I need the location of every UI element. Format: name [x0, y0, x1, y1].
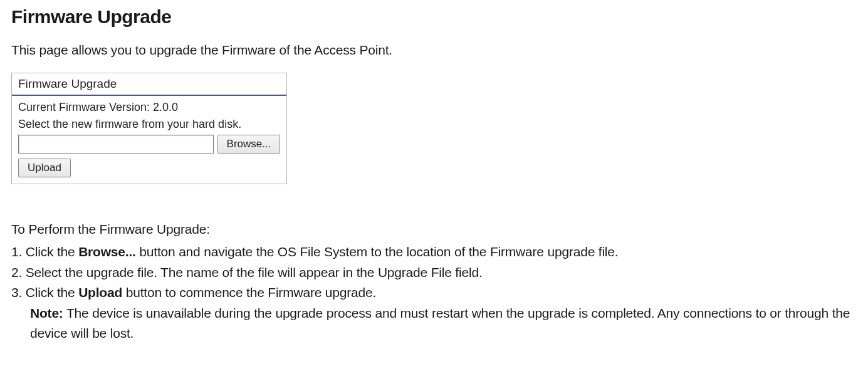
- steps-list: Click the Browse... button and navigate …: [11, 242, 857, 303]
- firmware-file-input[interactable]: [18, 135, 214, 154]
- current-version-text: Current Firmware Version: 2.0.0: [18, 101, 280, 114]
- select-instruction-text: Select the new firmware from your hard d…: [18, 118, 280, 131]
- panel-header: Firmware Upgrade: [12, 73, 286, 96]
- step-3-pre: Click the: [26, 285, 78, 300]
- upload-button[interactable]: Upload: [18, 159, 71, 177]
- step-1-bold: Browse...: [78, 244, 136, 259]
- step-3-bold: Upload: [78, 285, 122, 300]
- note-block: Note: The device is unavailable during t…: [11, 303, 857, 344]
- panel-body: Current Firmware Version: 2.0.0 Select t…: [12, 96, 286, 184]
- step-2: Select the upgrade file. The name of the…: [11, 263, 857, 283]
- file-picker-row: Browse...: [18, 135, 280, 154]
- steps-heading: To Perform the Firmware Upgrade:: [11, 222, 857, 237]
- step-1: Click the Browse... button and navigate …: [11, 242, 857, 263]
- firmware-upgrade-panel: Firmware Upgrade Current Firmware Versio…: [11, 73, 287, 184]
- intro-text: This page allows you to upgrade the Firm…: [11, 43, 857, 58]
- step-1-post: button and navigate the OS File System t…: [136, 244, 619, 259]
- step-3-post: button to commence the Firmware upgrade.: [122, 285, 376, 300]
- note-text: The device is unavailable during the upg…: [30, 306, 850, 341]
- browse-button[interactable]: Browse...: [217, 135, 280, 154]
- page-title: Firmware Upgrade: [11, 6, 857, 28]
- note-label: Note:: [30, 306, 63, 320]
- step-3: Click the Upload button to commence the …: [11, 283, 857, 303]
- step-1-pre: Click the: [26, 244, 78, 259]
